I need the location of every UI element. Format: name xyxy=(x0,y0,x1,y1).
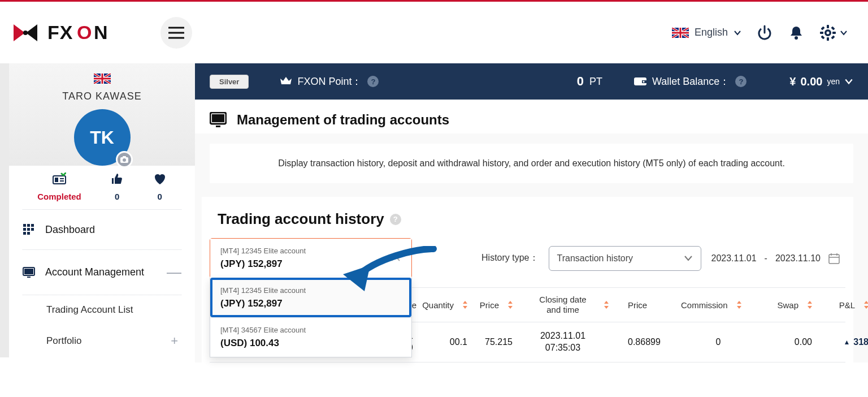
svg-rect-31 xyxy=(27,232,30,235)
chevron-down-icon xyxy=(684,255,693,262)
account-option-selected[interactable]: [MT4] 12345 Elite account (JPY) 152,897 xyxy=(210,278,411,317)
main-content: Silver FXON Point： ? 0 PT Wallet Balance… xyxy=(195,63,868,363)
section-title: Trading account history xyxy=(218,210,384,228)
status-bar: Silver FXON Point： ? 0 PT Wallet Balance… xyxy=(195,63,868,100)
svg-point-7 xyxy=(795,36,798,40)
svg-rect-27 xyxy=(23,228,26,231)
monitor-icon xyxy=(210,112,227,128)
help-icon[interactable]: ? xyxy=(390,214,401,225)
page-header: Management of trading accounts xyxy=(195,100,868,133)
grid-icon xyxy=(23,223,35,236)
svg-text:O: O xyxy=(77,21,92,43)
svg-rect-39 xyxy=(212,114,224,122)
settings-menu[interactable] xyxy=(819,24,848,41)
gear-icon xyxy=(819,24,836,41)
svg-rect-14 xyxy=(821,35,824,39)
svg-rect-10 xyxy=(820,32,823,34)
svg-rect-28 xyxy=(27,228,30,231)
svg-rect-41 xyxy=(829,254,839,264)
language-label: English xyxy=(695,27,728,38)
sort-icon[interactable] xyxy=(507,301,513,309)
page-description: Display transaction history, deposit and… xyxy=(210,144,853,183)
points-display: FXON Point： ? xyxy=(280,75,379,88)
sidebar-item-account-management[interactable]: Account Management — xyxy=(23,250,181,295)
history-type-select[interactable]: Transaction history xyxy=(549,246,701,271)
chevron-down-icon xyxy=(734,29,741,37)
svg-point-0 xyxy=(23,31,28,35)
profile-status-label: Completed xyxy=(37,192,81,201)
svg-text:N: N xyxy=(94,21,108,43)
page-title: Management of trading accounts xyxy=(237,112,449,128)
avatar-initials: TK xyxy=(90,127,114,148)
triangle-up-icon: ▲ xyxy=(843,338,850,346)
svg-rect-18 xyxy=(123,156,126,158)
sort-icon[interactable] xyxy=(462,301,467,309)
calendar-icon xyxy=(828,253,840,264)
wallet-display: Wallet Balance： ? xyxy=(634,75,747,88)
history-section: Trading account history ? [MT4] 12345 El… xyxy=(202,197,853,363)
profile-thumbs[interactable]: 0 xyxy=(111,172,123,201)
svg-rect-26 xyxy=(31,224,34,227)
account-option[interactable]: [MT4] 34567 Elite account (USD) 100.43 xyxy=(210,317,411,357)
app-header: FX O N English xyxy=(0,2,868,63)
svg-point-19 xyxy=(123,158,126,162)
date-range[interactable]: 2023.11.01 - 2023.11.10 xyxy=(711,253,840,264)
svg-rect-34 xyxy=(27,277,31,278)
logo[interactable]: FX O N xyxy=(10,19,140,47)
svg-rect-11 xyxy=(832,32,836,34)
collapse-icon: — xyxy=(167,264,181,281)
account-selector[interactable]: [MT4] 12345 Elite account (JPY) 152,897 … xyxy=(210,238,412,278)
flag-uk-icon xyxy=(94,74,111,84)
account-dropdown: [MT4] 12345 Elite account (JPY) 152,897 … xyxy=(210,278,412,357)
tier-badge: Silver xyxy=(210,75,249,89)
svg-rect-9 xyxy=(827,37,829,41)
sidebar-subitem-trading-account-list[interactable]: Trading Account List xyxy=(46,295,181,325)
sidebar-item-dashboard[interactable]: Dashboard xyxy=(23,210,181,249)
svg-rect-24 xyxy=(23,224,26,227)
chevron-down-icon xyxy=(840,29,848,37)
id-card-icon xyxy=(53,172,66,186)
svg-text:FX: FX xyxy=(47,21,73,43)
chevron-down-icon xyxy=(844,77,853,86)
svg-point-37 xyxy=(643,81,644,83)
sort-icon[interactable] xyxy=(863,301,868,309)
svg-rect-12 xyxy=(821,26,824,30)
svg-rect-8 xyxy=(827,25,829,28)
flag-uk-icon xyxy=(672,28,689,38)
expand-icon: + xyxy=(171,334,178,348)
balance-selector[interactable]: ¥ 0.00 yen xyxy=(789,75,853,88)
svg-rect-21 xyxy=(55,178,58,182)
svg-rect-29 xyxy=(31,228,34,231)
sidebar-subitem-portfolio[interactable]: Portfolio + xyxy=(46,325,181,357)
svg-rect-40 xyxy=(216,126,220,127)
svg-rect-25 xyxy=(27,224,30,227)
thumbs-up-icon xyxy=(111,172,123,186)
svg-rect-15 xyxy=(831,35,835,39)
avatar[interactable]: TK xyxy=(74,109,131,166)
heart-icon xyxy=(153,172,167,186)
hamburger-menu-button[interactable] xyxy=(160,17,192,49)
sidebar: TARO KAWASE TK Completed xyxy=(0,63,195,363)
hamburger-icon xyxy=(168,27,184,39)
monitor-icon xyxy=(23,266,35,279)
help-icon[interactable]: ? xyxy=(367,76,379,87)
help-icon[interactable]: ? xyxy=(735,76,747,87)
profile-name: TARO KAWASE xyxy=(9,90,195,102)
history-type-label: History type： xyxy=(481,252,538,264)
language-selector[interactable]: English xyxy=(672,27,741,38)
svg-rect-30 xyxy=(23,232,26,235)
power-icon[interactable] xyxy=(756,24,773,41)
profile-status[interactable]: Completed xyxy=(37,172,81,201)
crown-icon xyxy=(280,76,292,87)
profile-hearts[interactable]: 0 xyxy=(153,172,167,201)
sort-icon[interactable] xyxy=(736,301,741,309)
wallet-icon xyxy=(634,76,646,87)
bell-icon[interactable] xyxy=(788,24,805,41)
chevron-up-icon xyxy=(390,254,401,262)
camera-icon[interactable] xyxy=(116,151,133,168)
sort-icon[interactable] xyxy=(806,301,812,309)
sort-icon[interactable] xyxy=(603,301,609,309)
svg-rect-33 xyxy=(24,269,33,274)
svg-rect-13 xyxy=(831,26,835,30)
